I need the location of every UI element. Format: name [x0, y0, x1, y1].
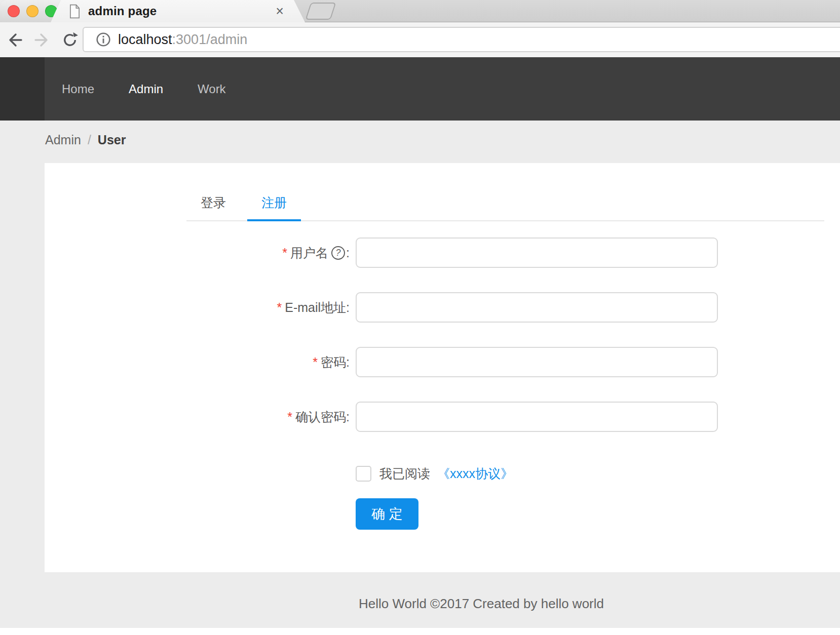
agreement-link[interactable]: 《xxxx协议》 — [437, 465, 513, 482]
info-icon[interactable] — [96, 32, 111, 47]
confirm-password-label-text: 确认密码 — [295, 409, 346, 425]
required-mark: * — [277, 300, 282, 315]
window-minimize-button[interactable] — [26, 5, 39, 17]
url-host: localhost — [118, 32, 172, 47]
required-mark: * — [282, 246, 287, 260]
form-row-confirm-password: *确认密码 : — [45, 402, 840, 432]
required-mark: * — [287, 410, 292, 424]
url-bar[interactable]: localhost:3001/admin — [83, 27, 840, 52]
username-input[interactable] — [356, 237, 718, 268]
tab-register[interactable]: 注册 — [247, 186, 301, 221]
page-icon — [69, 4, 81, 19]
question-glyph: ? — [336, 248, 341, 258]
breadcrumb-user: User — [98, 133, 126, 147]
tabs-nav: 登录 注册 — [186, 186, 824, 221]
email-label: *E-mail地址 : — [45, 299, 356, 316]
required-mark: * — [313, 355, 318, 370]
logo-area — [0, 57, 45, 121]
url-text: localhost:3001/admin — [118, 32, 247, 48]
menu-item-work[interactable]: Work — [180, 82, 243, 96]
window-close-button[interactable] — [8, 5, 20, 17]
form-row-password: *密码 : — [45, 347, 840, 377]
url-path: :3001/admin — [172, 32, 248, 47]
browser-toolbar: localhost:3001/admin — [0, 22, 840, 57]
main-menu: Home Admin Work — [45, 57, 243, 121]
menu-item-home[interactable]: Home — [45, 82, 111, 96]
window-controls — [0, 0, 61, 22]
tab-title: admin page — [88, 4, 157, 18]
email-input[interactable] — [356, 292, 718, 323]
back-icon[interactable] — [6, 31, 24, 49]
reload-icon[interactable] — [61, 31, 79, 49]
password-label-text: 密码 — [321, 354, 346, 371]
agreement-checkbox[interactable] — [356, 466, 371, 482]
footer-text: Hello World ©2017 Created by hello world — [45, 596, 840, 612]
username-label-text: 用户名 — [290, 245, 328, 261]
content-card: 登录 注册 *用户名?: *E-mail地址 : *密码 : *确认密码 : — [45, 163, 840, 572]
breadcrumb: Admin / User — [45, 133, 126, 147]
browser-tab[interactable]: admin page × — [51, 0, 305, 22]
password-label: *密码 : — [45, 354, 356, 371]
username-colon: : — [346, 246, 350, 260]
confirm-password-colon: : — [346, 410, 350, 424]
breadcrumb-separator: / — [88, 133, 91, 147]
password-input[interactable] — [356, 347, 718, 377]
submit-row: 确 定 — [356, 498, 840, 530]
confirm-password-input[interactable] — [356, 402, 718, 432]
form-row-username: *用户名?: — [45, 237, 840, 268]
register-form: *用户名?: *E-mail地址 : *密码 : *确认密码 : 我已阅读 — [45, 237, 840, 530]
confirm-password-label: *确认密码 : — [45, 409, 356, 425]
agreement-row: 我已阅读 《xxxx协议》 — [356, 465, 840, 482]
breadcrumb-admin[interactable]: Admin — [45, 133, 81, 147]
new-tab-button[interactable] — [305, 3, 336, 20]
username-label: *用户名?: — [45, 245, 356, 261]
question-circle-icon[interactable]: ? — [331, 246, 345, 260]
menu-item-admin[interactable]: Admin — [111, 82, 180, 96]
email-colon: : — [346, 300, 350, 315]
email-label-text: E-mail地址 — [285, 299, 346, 316]
agreement-text: 我已阅读 — [379, 465, 430, 482]
browser-chrome: admin page × localhost:3001/admin — [0, 0, 840, 57]
form-row-email: *E-mail地址 : — [45, 292, 840, 323]
tab-login[interactable]: 登录 — [186, 186, 240, 220]
submit-button[interactable]: 确 定 — [356, 498, 418, 530]
site-navbar: Home Admin Work — [0, 57, 840, 121]
forward-icon — [32, 31, 51, 49]
bottom-strip — [0, 628, 840, 635]
tab-strip: admin page × — [0, 0, 840, 22]
password-colon: : — [346, 355, 350, 370]
tab-close-icon[interactable]: × — [276, 5, 284, 18]
